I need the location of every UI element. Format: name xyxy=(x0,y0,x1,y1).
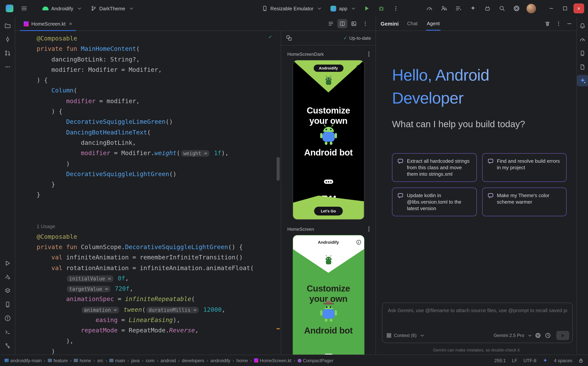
view-mode-design-button[interactable] xyxy=(349,19,359,28)
project-widget[interactable]: Androidify xyxy=(39,4,84,13)
code-review-button[interactable] xyxy=(438,3,450,14)
editor-scrollbar[interactable] xyxy=(275,31,281,355)
code-line[interactable]: ) { xyxy=(37,75,281,85)
commit-tool-button[interactable] xyxy=(2,34,13,45)
device-manager-tool-button[interactable] xyxy=(2,299,13,310)
search-everywhere-button[interactable] xyxy=(496,3,508,14)
maximize-button[interactable] xyxy=(560,3,570,13)
run-tool-button[interactable] xyxy=(2,258,13,269)
tab-chat[interactable]: Chat xyxy=(406,17,418,30)
code-line[interactable] xyxy=(37,200,281,211)
code-line[interactable]: targetValue = 720f, xyxy=(37,283,281,294)
code-line[interactable]: animationSpec = infiniteRepeatable( xyxy=(37,294,281,305)
trash-icon[interactable] xyxy=(544,21,550,27)
scrollbar-thumb[interactable] xyxy=(277,157,280,181)
suggestion-card[interactable]: Make my Theme's color scheme warmer xyxy=(482,188,567,216)
breadcrumb-item[interactable]: CompactPager xyxy=(298,358,333,363)
prompt-composer[interactable]: Context (6) Gemini 2.5 Pro xyxy=(382,303,573,343)
code-line[interactable]: dancingBotLink, xyxy=(37,137,281,148)
breadcrumb-item[interactable]: home xyxy=(237,358,248,363)
pull-requests-tool-button[interactable] xyxy=(2,47,13,59)
indent-config[interactable]: 4 spaces xyxy=(554,358,572,363)
breadcrumb-item[interactable]: android xyxy=(160,358,176,363)
lock-icon[interactable] xyxy=(579,358,583,363)
editor-options-kebab[interactable] xyxy=(360,19,370,28)
more-run-actions[interactable] xyxy=(390,3,402,14)
run-configuration-selector[interactable]: app xyxy=(327,4,358,13)
suggestion-card[interactable]: Find and resolve build errors in my proj… xyxy=(482,153,567,182)
code-line[interactable]: ) xyxy=(37,158,281,169)
code-line[interactable]: @Composable xyxy=(37,33,281,44)
code-line[interactable]: val infiniteAnimation = rememberInfinite… xyxy=(37,252,281,263)
breadcrumb-item[interactable]: java xyxy=(131,358,140,363)
inspections-ok-icon[interactable]: ✓ xyxy=(268,34,272,40)
ai-assistant-button[interactable] xyxy=(467,3,479,14)
gemini-status-spark-icon[interactable] xyxy=(542,358,548,363)
file-encoding[interactable]: UTF-8 xyxy=(523,358,536,363)
profiler-tool-button[interactable] xyxy=(577,34,588,45)
assistant-tool-button[interactable] xyxy=(577,61,588,73)
plugins-button[interactable] xyxy=(482,3,493,14)
line-separator[interactable]: LF xyxy=(512,358,517,363)
code-line[interactable]: easing = LinearEasing), xyxy=(37,315,281,325)
build-status[interactable]: ✓ Up-to-date xyxy=(343,35,371,41)
history-icon[interactable] xyxy=(545,332,551,338)
close-tab-icon[interactable]: × xyxy=(69,21,72,27)
run-button[interactable] xyxy=(361,3,373,14)
code-line[interactable]: 1 Usage xyxy=(37,221,281,231)
preview-kebab-icon[interactable] xyxy=(368,51,369,57)
code-line[interactable]: val rotationAnimation = infiniteAnimatio… xyxy=(37,263,281,273)
code-editor[interactable]: @Composableprivate fun MainHomeContent( … xyxy=(15,31,281,355)
breadcrumb-item[interactable]: home xyxy=(74,358,91,363)
code-line[interactable]: modifier: Modifier = Modifier, xyxy=(37,65,281,75)
breadcrumb-item[interactable]: androidify xyxy=(211,358,230,363)
gallery-view-icon[interactable] xyxy=(286,35,292,41)
services-tool-button[interactable] xyxy=(2,285,13,297)
caret-position[interactable]: 255:1 xyxy=(494,358,506,363)
code-line[interactable]: modifier = modifier, xyxy=(37,96,281,107)
debug-button[interactable] xyxy=(375,3,387,14)
editor-tab-homescreen[interactable]: HomeScreen.kt × xyxy=(20,17,76,30)
device-selector[interactable]: Resizable Emulator xyxy=(258,3,324,13)
minimize-button[interactable] xyxy=(546,3,557,13)
project-tool-button[interactable] xyxy=(2,20,13,31)
build-tool-button[interactable] xyxy=(2,271,13,283)
code-line[interactable]: DecorativeSquiggleLimeGreen() xyxy=(37,117,281,127)
code-line[interactable]: } xyxy=(37,179,281,190)
breadcrumb-item[interactable]: androidify-main xyxy=(5,358,42,363)
code-line[interactable]: ) { xyxy=(37,106,281,117)
view-mode-code-button[interactable] xyxy=(326,19,336,28)
code-line[interactable]: DancingBotHeadlineText( xyxy=(37,127,281,137)
code-line[interactable]: modifier = Modifier.weight(weight = 1f), xyxy=(37,148,281,159)
code-line[interactable]: ), xyxy=(37,336,281,346)
kebab-icon[interactable] xyxy=(556,21,561,26)
send-button[interactable] xyxy=(556,331,569,340)
device-explorer-tool-button[interactable] xyxy=(577,47,588,59)
breadcrumb-item[interactable]: com xyxy=(146,358,154,363)
code-line[interactable]: DecorativeSquiggleLightGreen() xyxy=(37,169,281,179)
code-line[interactable]: initialValue = 0f, xyxy=(37,273,281,284)
vcs-branch-widget[interactable]: DarkTheme xyxy=(87,3,136,13)
code-line[interactable]: repeatMode = RepeatMode.Reverse, xyxy=(37,325,281,336)
version-control-tool-button[interactable] xyxy=(2,340,13,351)
code-line[interactable]: Column( xyxy=(37,85,281,96)
context-button[interactable]: Context (6) xyxy=(386,333,424,338)
code-line[interactable] xyxy=(37,211,281,221)
preview-kebab-icon[interactable] xyxy=(368,226,369,232)
gemini-settings-icon[interactable] xyxy=(535,332,541,338)
code-line[interactable]: private fun ColumnScope.DecorativeSquigg… xyxy=(37,242,281,252)
tab-agent[interactable]: Agent xyxy=(426,17,441,30)
more-tools-button[interactable] xyxy=(2,61,13,73)
breadcrumb-item[interactable]: main xyxy=(109,358,125,363)
code-line[interactable]: dancingBotLink: String?, xyxy=(37,54,281,65)
suggestion-card[interactable]: Update kotlin in @libs.version.toml to t… xyxy=(392,188,477,216)
hide-panel-icon[interactable] xyxy=(567,21,572,26)
problems-tool-button[interactable] xyxy=(2,313,13,324)
prompt-input[interactable] xyxy=(388,308,567,313)
profiler-button[interactable] xyxy=(424,3,435,14)
notifications-tool-button[interactable] xyxy=(577,20,588,31)
task-list-button[interactable] xyxy=(453,3,464,14)
code-line[interactable]: private fun MainHomeContent( xyxy=(37,44,281,54)
main-menu-button[interactable] xyxy=(18,3,30,14)
model-selector[interactable]: Gemini 2.5 Pro xyxy=(494,333,531,338)
